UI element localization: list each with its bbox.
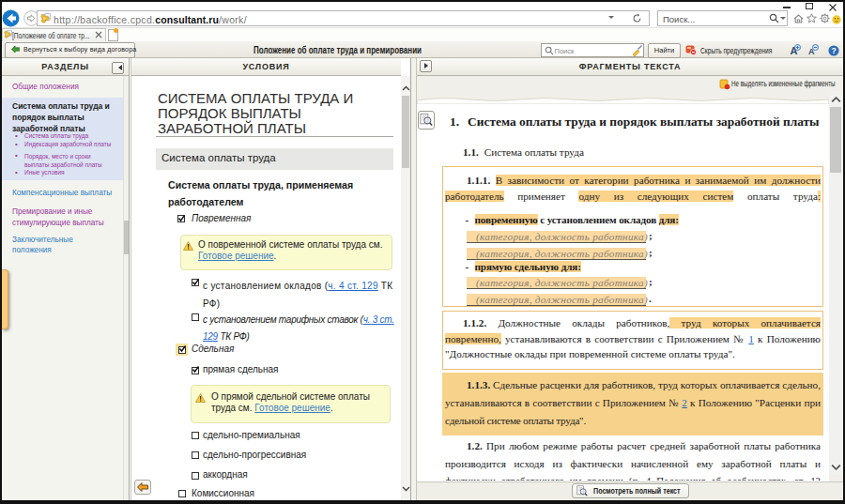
svg-text:?: ? <box>831 46 836 55</box>
